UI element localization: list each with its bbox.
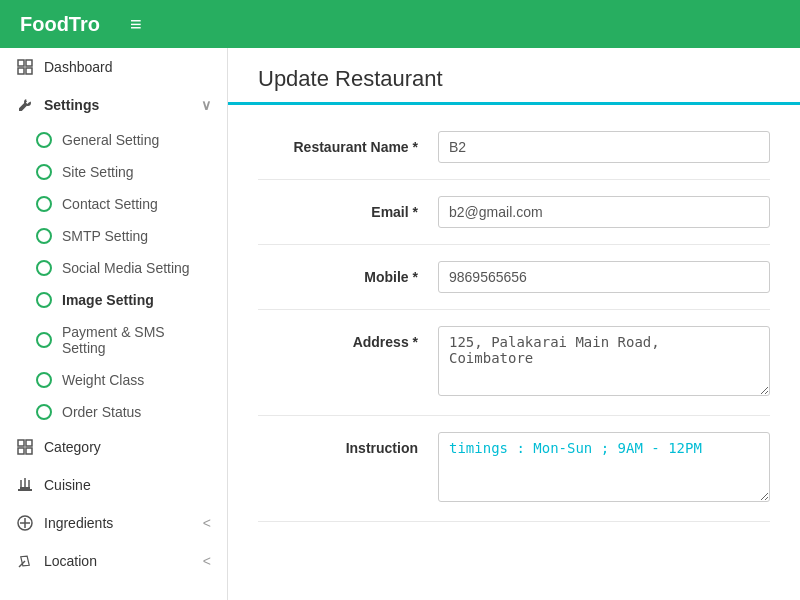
instruction-control: timings : Mon-Sun ; 9AM - 12PM: [438, 432, 770, 505]
instruction-textarea[interactable]: timings : Mon-Sun ; 9AM - 12PM: [438, 432, 770, 502]
sidebar-item-general-setting[interactable]: General Setting: [0, 124, 227, 156]
page-title: Update Restaurant: [228, 48, 800, 102]
dot-icon: [36, 404, 52, 420]
form-row-mobile: Mobile *: [258, 245, 770, 310]
svg-rect-3: [26, 68, 32, 74]
sidebar-item-social-media-setting[interactable]: Social Media Setting: [0, 252, 227, 284]
site-setting-label: Site Setting: [62, 164, 134, 180]
dot-icon: [36, 228, 52, 244]
social-media-setting-label: Social Media Setting: [62, 260, 190, 276]
content-inner: Update Restaurant Restaurant Name * Emai…: [228, 48, 800, 600]
general-setting-label: General Setting: [62, 132, 159, 148]
sidebar-item-settings-label: Settings: [44, 97, 191, 113]
svg-rect-1: [26, 60, 32, 66]
mobile-control: [438, 261, 770, 293]
dashboard-icon: [16, 58, 34, 76]
dot-icon: [36, 164, 52, 180]
sidebar-item-smtp-setting[interactable]: SMTP Setting: [0, 220, 227, 252]
sidebar-item-ingredients-label: Ingredients: [44, 515, 193, 531]
restaurant-name-input[interactable]: [438, 131, 770, 163]
mobile-input[interactable]: [438, 261, 770, 293]
ingredients-chevron: <: [203, 515, 211, 531]
category-icon: [16, 438, 34, 456]
location-chevron: <: [203, 553, 211, 569]
mobile-label: Mobile *: [258, 261, 438, 285]
dot-icon: [36, 332, 52, 348]
svg-rect-7: [26, 440, 32, 446]
sidebar-item-category-label: Category: [44, 439, 211, 455]
payment-sms-setting-label: Payment & SMS Setting: [62, 324, 211, 356]
svg-rect-4: [18, 440, 24, 446]
sidebar-item-order-status[interactable]: Order Status: [0, 396, 227, 428]
svg-rect-2: [18, 68, 24, 74]
sidebar-item-category[interactable]: Category: [0, 428, 227, 466]
instruction-label: Instruction: [258, 432, 438, 456]
sidebar-item-dashboard[interactable]: Dashboard: [0, 48, 227, 86]
sidebar-item-weight-class[interactable]: Weight Class: [0, 364, 227, 396]
sidebar-item-payment-sms-setting[interactable]: Payment & SMS Setting: [0, 316, 227, 364]
dot-icon: [36, 292, 52, 308]
sidebar: Dashboard Settings ∨ General Setting Sit…: [0, 48, 228, 600]
sidebar-item-cuisine[interactable]: Cuisine: [0, 466, 227, 504]
sidebar-item-dashboard-label: Dashboard: [44, 59, 211, 75]
email-label: Email *: [258, 196, 438, 220]
email-control: [438, 196, 770, 228]
cuisine-icon: [16, 476, 34, 494]
sidebar-item-site-setting[interactable]: Site Setting: [0, 156, 227, 188]
top-header: FoodTro ≡: [0, 0, 800, 48]
sidebar-item-settings[interactable]: Settings ∨: [0, 86, 227, 124]
smtp-setting-label: SMTP Setting: [62, 228, 148, 244]
svg-rect-9: [20, 487, 30, 489]
settings-chevron: ∨: [201, 97, 211, 113]
dot-icon: [36, 260, 52, 276]
ingredients-icon: [16, 514, 34, 532]
wrench-icon: [16, 96, 34, 114]
weight-class-label: Weight Class: [62, 372, 144, 388]
svg-rect-6: [18, 448, 24, 454]
main-layout: Dashboard Settings ∨ General Setting Sit…: [0, 48, 800, 600]
form-row-restaurant-name: Restaurant Name *: [258, 115, 770, 180]
dot-icon: [36, 196, 52, 212]
svg-rect-5: [26, 448, 32, 454]
sidebar-item-cuisine-label: Cuisine: [44, 477, 211, 493]
svg-rect-0: [18, 60, 24, 66]
form-row-address: Address * 125, Palakarai Main Road, Coim…: [258, 310, 770, 416]
order-status-label: Order Status: [62, 404, 141, 420]
sidebar-item-location-label: Location: [44, 553, 193, 569]
form-row-email: Email *: [258, 180, 770, 245]
dot-icon: [36, 372, 52, 388]
location-icon: [16, 552, 34, 570]
sidebar-item-image-setting[interactable]: Image Setting: [0, 284, 227, 316]
sidebar-item-location[interactable]: Location <: [0, 542, 227, 580]
image-setting-label: Image Setting: [62, 292, 154, 308]
restaurant-name-control: [438, 131, 770, 163]
sidebar-item-ingredients[interactable]: Ingredients <: [0, 504, 227, 542]
dot-icon: [36, 132, 52, 148]
contact-setting-label: Contact Setting: [62, 196, 158, 212]
svg-rect-8: [18, 489, 32, 491]
form-row-instruction: Instruction timings : Mon-Sun ; 9AM - 12…: [258, 416, 770, 522]
content-area: Update Restaurant Restaurant Name * Emai…: [228, 48, 800, 600]
address-textarea[interactable]: 125, Palakarai Main Road, Coimbatore: [438, 326, 770, 396]
form-body: Restaurant Name * Email * Mobile *: [228, 105, 800, 532]
address-control: 125, Palakarai Main Road, Coimbatore: [438, 326, 770, 399]
sidebar-item-contact-setting[interactable]: Contact Setting: [0, 188, 227, 220]
hamburger-icon[interactable]: ≡: [130, 13, 142, 36]
address-label: Address *: [258, 326, 438, 350]
email-input[interactable]: [438, 196, 770, 228]
restaurant-name-label: Restaurant Name *: [258, 131, 438, 155]
brand-logo: FoodTro: [20, 13, 100, 36]
